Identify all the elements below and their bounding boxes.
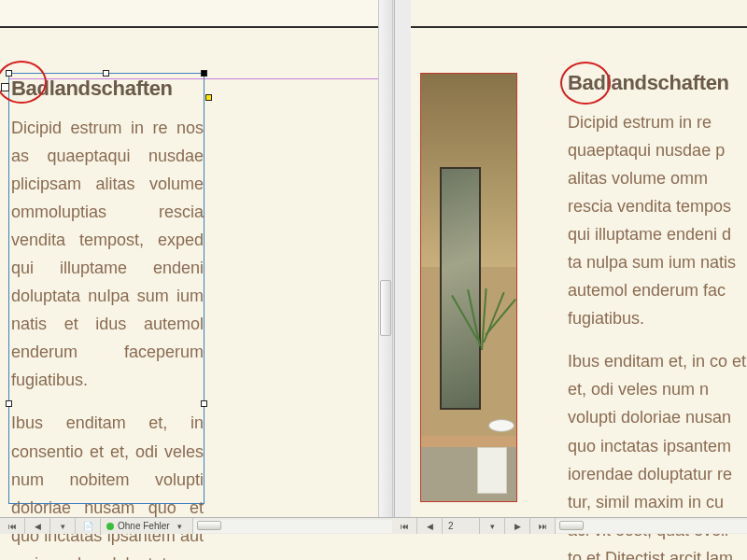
- first-icon-r: ⏮: [398, 520, 411, 533]
- nav-prev-button[interactable]: ◀: [25, 518, 50, 534]
- page-dropdown-r[interactable]: ▾: [480, 518, 505, 534]
- para-left-1: Dicipid estrum in re nos as quaeptaqui n…: [11, 114, 204, 394]
- text-in-port[interactable]: [1, 83, 9, 91]
- status-bar-left: ⏮ ◀ ▾ 📄 Ohne Fehler ▾: [0, 517, 392, 534]
- heading-left: Badlandschaften: [11, 77, 204, 101]
- nav-prev-button-r[interactable]: ◀: [417, 518, 443, 534]
- hscroll-thumb-left[interactable]: [197, 521, 221, 530]
- page-number-field[interactable]: 2: [443, 518, 480, 534]
- body-text-right: Dicipid estrum in re quaeptaqui nusdae p…: [568, 108, 747, 560]
- top-rule-line-right: [411, 26, 747, 28]
- prev-icon: ◀: [31, 520, 44, 533]
- vertical-scrollbar-left[interactable]: [378, 0, 393, 517]
- doc-icon: 📄: [81, 520, 94, 533]
- image-frame[interactable]: [420, 73, 517, 502]
- page-dropdown[interactable]: ▾: [50, 518, 76, 534]
- page-margin-top: [0, 0, 378, 26]
- bathroom-image: [421, 74, 517, 502]
- first-icon: ⏮: [6, 520, 19, 533]
- vertical-ruler[interactable]: [394, 0, 411, 517]
- para-right-1: Dicipid estrum in re quaeptaqui nusdae p…: [568, 108, 747, 332]
- right-text-content: Badlandschaften Dicipid estrum in re qua…: [568, 71, 747, 560]
- nav-first-button-r[interactable]: ⏮: [392, 518, 417, 534]
- dropdown-icon-r: ▾: [486, 520, 499, 533]
- doc-icon-button[interactable]: 📄: [76, 518, 101, 534]
- image-basin: [488, 419, 514, 432]
- nav-first-button[interactable]: ⏮: [0, 518, 25, 534]
- heading-right: Badlandschaften: [568, 71, 747, 95]
- document-workspace: Badlandschaften Dicipid estrum in re nos…: [0, 0, 747, 517]
- preflight-status[interactable]: Ohne Fehler ▾: [101, 518, 193, 534]
- frame-handle-ne[interactable]: [201, 70, 207, 77]
- body-text-left: Dicipid estrum in re nos as quaeptaqui n…: [11, 114, 204, 560]
- frame-handle-nw[interactable]: [6, 70, 12, 77]
- scrollbar-thumb[interactable]: [380, 280, 391, 336]
- last-icon-r: ⏭: [536, 520, 549, 533]
- horizontal-scrollbar-left[interactable]: [193, 520, 392, 533]
- dropdown-icon: ▾: [56, 520, 69, 533]
- dropdown-icon-2: ▾: [174, 520, 187, 533]
- status-bar-right: ⏮ ◀ 2 ▾ ▶ ⏭: [392, 517, 747, 534]
- image-plant: [457, 288, 501, 354]
- top-rule-line: [0, 26, 378, 28]
- prev-icon-r: ◀: [423, 520, 436, 533]
- left-text-content: Badlandschaften Dicipid estrum in re nos…: [11, 77, 204, 560]
- errors-label: Ohne Fehler: [118, 521, 170, 531]
- image-towels: [477, 447, 507, 494]
- hscroll-thumb-right[interactable]: [559, 521, 584, 530]
- status-dot-green-icon: [106, 523, 114, 530]
- frame-control-yellow[interactable]: [205, 94, 212, 101]
- image-shelf: [421, 436, 517, 447]
- nav-last-button-r[interactable]: ⏭: [530, 518, 556, 534]
- page-number: 2: [448, 521, 454, 531]
- nav-next-button-r[interactable]: ▶: [505, 518, 530, 534]
- next-icon-r: ▶: [511, 520, 524, 533]
- para-left-2: Ibus enditam et, in consentio et et, odi…: [11, 409, 204, 560]
- frame-handle-n[interactable]: [103, 70, 109, 77]
- horizontal-scrollbar-right[interactable]: [556, 520, 747, 533]
- left-page-view: Badlandschaften Dicipid estrum in re nos…: [0, 0, 378, 517]
